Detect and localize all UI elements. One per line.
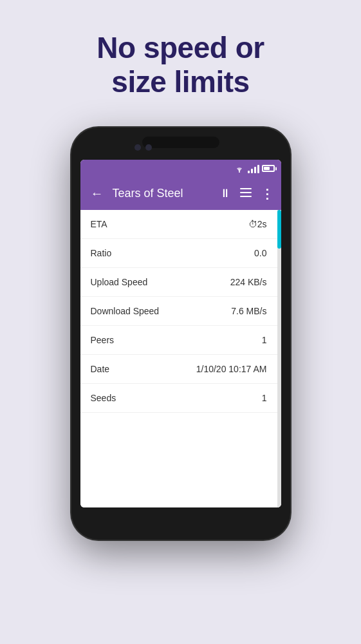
battery-fill bbox=[264, 167, 270, 170]
more-button[interactable]: ⋮ bbox=[261, 186, 273, 202]
list-icon bbox=[240, 188, 252, 197]
stat-value: ⏱2s bbox=[248, 219, 267, 229]
list-button[interactable] bbox=[240, 187, 252, 200]
table-row: Peers1 bbox=[80, 326, 277, 355]
stat-label: Peers bbox=[91, 335, 115, 345]
stats-list: ETA⏱2sRatio0.0Upload Speed224 KB/sDownlo… bbox=[80, 210, 277, 507]
table-row: Seeds1 bbox=[80, 384, 277, 413]
app-bar-title: Tears of Steel bbox=[113, 187, 213, 200]
progress-fill bbox=[277, 210, 281, 249]
app-bar: ← Tears of Steel ⏸ ⋮ bbox=[80, 178, 281, 210]
back-button[interactable]: ← bbox=[88, 184, 106, 204]
phone-container: ← Tears of Steel ⏸ ⋮ bbox=[71, 128, 290, 540]
stat-label: Download Speed bbox=[91, 306, 160, 316]
signal-icon bbox=[248, 164, 259, 173]
table-row: ETA⏱2s bbox=[80, 210, 277, 239]
table-row: Download Speed7.6 MB/s bbox=[80, 297, 277, 326]
status-icons bbox=[234, 164, 275, 173]
headline-line2: size limits bbox=[111, 65, 249, 99]
phone-top-bar bbox=[142, 137, 219, 148]
svg-rect-2 bbox=[240, 192, 252, 193]
battery-icon bbox=[262, 165, 275, 172]
stat-label: Ratio bbox=[91, 248, 112, 258]
svg-rect-3 bbox=[240, 196, 252, 197]
svg-rect-1 bbox=[240, 188, 252, 189]
stat-label: Date bbox=[91, 364, 110, 374]
content-area: ETA⏱2sRatio0.0Upload Speed224 KB/sDownlo… bbox=[80, 210, 281, 507]
table-row: Date1/10/20 10:17 AM bbox=[80, 355, 277, 384]
table-row: Upload Speed224 KB/s bbox=[80, 268, 277, 297]
progress-sidebar bbox=[277, 210, 281, 507]
stat-label: Upload Speed bbox=[91, 277, 148, 287]
phone-camera-right bbox=[145, 144, 152, 151]
stat-label: ETA bbox=[91, 219, 107, 229]
headline: No speed or size limits bbox=[71, 31, 290, 99]
pause-button[interactable]: ⏸ bbox=[219, 187, 231, 200]
status-bar bbox=[80, 160, 281, 178]
phone-screen: ← Tears of Steel ⏸ ⋮ bbox=[80, 160, 281, 507]
app-bar-actions: ⏸ ⋮ bbox=[219, 186, 273, 202]
phone-camera-left bbox=[134, 144, 141, 151]
stat-label: Seeds bbox=[91, 393, 116, 403]
stat-value: 224 KB/s bbox=[230, 277, 267, 287]
stat-value: 1 bbox=[262, 335, 267, 345]
svg-point-0 bbox=[238, 171, 239, 173]
table-row: Ratio0.0 bbox=[80, 239, 277, 268]
headline-line1: No speed or bbox=[97, 31, 264, 64]
stat-value: 7.6 MB/s bbox=[231, 306, 266, 316]
wifi-icon bbox=[234, 164, 245, 173]
stat-value: 0.0 bbox=[254, 248, 266, 258]
stat-value: 1 bbox=[262, 393, 267, 403]
stat-value: 1/10/20 10:17 AM bbox=[196, 364, 267, 374]
